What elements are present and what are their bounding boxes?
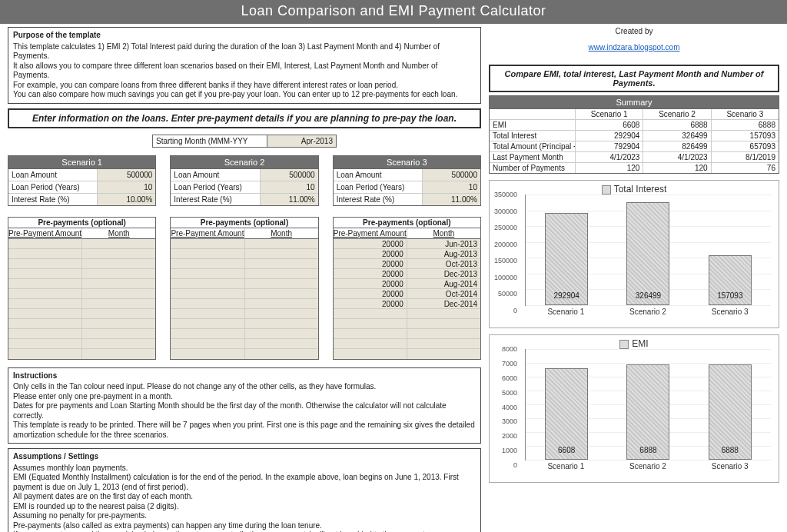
loan-amount-input[interactable]: 500000 [423, 169, 480, 181]
y-tick: 0 [488, 307, 517, 314]
prepay-month-cell[interactable]: Dec-2014 [407, 299, 480, 309]
prepay-month-cell[interactable] [82, 239, 155, 249]
loan-period-input[interactable]: 10 [423, 181, 480, 194]
prepay-month-cell[interactable] [407, 309, 480, 319]
prepay-month-cell[interactable] [82, 259, 155, 269]
prepay-amount-cell[interactable] [171, 279, 244, 289]
prepay-month-cell[interactable] [245, 329, 318, 339]
prepay-amount-cell[interactable]: 20000 [334, 299, 407, 309]
prepay-block: Pre-payments (optional)Pre-Payment Amoun… [170, 217, 318, 360]
prepay-month-cell[interactable] [245, 339, 318, 349]
prepay-month-cell[interactable] [82, 329, 155, 339]
prepay-month-cell[interactable]: Jun-2013 [407, 239, 480, 249]
prepay-amount-cell[interactable] [334, 309, 407, 319]
instructions-line: This template is ready to be printed. Th… [13, 421, 476, 440]
prepay-month-cell[interactable] [407, 349, 480, 359]
prepay-amount-cell[interactable] [334, 339, 407, 349]
prepay-amount-cell[interactable] [171, 249, 244, 259]
prepay-month-cell[interactable] [245, 319, 318, 329]
prepay-month-cell[interactable] [245, 249, 318, 259]
bar-value-label: 6888 [639, 446, 656, 454]
prepay-amount-cell[interactable] [8, 239, 82, 249]
bar-value-label: 157093 [717, 291, 742, 300]
assumptions-box: Assumptions / Settings Assumes monthly l… [8, 448, 481, 532]
prepay-amount-cell[interactable] [171, 299, 244, 309]
prepay-month-cell[interactable] [245, 239, 318, 249]
prepay-amount-cell[interactable] [171, 259, 244, 269]
interest-rate-input[interactable]: 10.00% [98, 194, 155, 205]
prepay-month-cell[interactable] [82, 299, 155, 309]
summary-cell: 326499 [643, 131, 711, 141]
prepay-amount-cell[interactable] [171, 319, 244, 329]
prepay-amount-cell[interactable] [8, 319, 82, 329]
emi-chart: EMI0100020003000400050006000700080006608… [489, 334, 779, 483]
prepay-month-cell[interactable] [82, 309, 155, 319]
loan-amount-input[interactable]: 500000 [98, 169, 155, 181]
starting-month-input[interactable]: Apr-2013 [267, 135, 337, 148]
prepay-amount-cell[interactable]: 20000 [334, 269, 407, 279]
instructions-line: Only cells in the Tan colour need input.… [13, 382, 476, 392]
prepay-block: Pre-payments (optional)Pre-Payment Amoun… [8, 217, 156, 360]
y-tick: 250000 [488, 224, 517, 231]
prepay-month-cell[interactable] [407, 339, 480, 349]
prepay-month-cell[interactable] [82, 339, 155, 349]
prepay-month-cell[interactable]: Aug-2014 [407, 279, 480, 289]
prepay-month-cell[interactable]: Aug-2013 [407, 249, 480, 259]
prepay-amount-cell[interactable] [171, 329, 244, 339]
prepay-amount-cell[interactable] [171, 269, 244, 279]
prepay-amount-cell[interactable]: 20000 [334, 289, 407, 299]
prepay-month-cell[interactable] [245, 269, 318, 279]
prepay-amount-cell[interactable] [8, 299, 82, 309]
interest-rate-input[interactable]: 11.00% [261, 194, 318, 205]
prepay-amount-cell[interactable] [8, 349, 82, 359]
prepay-month-cell[interactable] [245, 309, 318, 319]
prepay-amount-cell[interactable] [171, 239, 244, 249]
prepay-amount-cell[interactable] [8, 249, 82, 259]
instructions-line: Please enter only one pre-payment in a m… [13, 392, 476, 402]
prepay-amount-cell[interactable] [8, 259, 82, 269]
prepay-month-cell[interactable] [245, 299, 318, 309]
credit-link[interactable]: www.indzara.blogspot.com [589, 43, 680, 52]
prepay-month-cell[interactable] [82, 289, 155, 299]
prepay-month-cell[interactable] [82, 249, 155, 259]
prepay-month-cell[interactable] [82, 269, 155, 279]
interest-rate-label: Interest Rate (%) [334, 194, 423, 205]
prepay-col-amount: Pre-Payment Amount [8, 228, 82, 239]
y-tick: 200000 [488, 241, 517, 248]
prepay-amount-cell[interactable] [334, 329, 407, 339]
prepay-month-cell[interactable] [407, 319, 480, 329]
prepay-amount-cell[interactable]: 20000 [334, 249, 407, 259]
prepay-amount-cell[interactable]: 20000 [334, 239, 407, 249]
summary-row-label: Number of Payments [490, 163, 576, 173]
loan-period-input[interactable]: 10 [261, 181, 318, 194]
loan-amount-input[interactable]: 500000 [261, 169, 318, 181]
prepay-amount-cell[interactable] [8, 339, 82, 349]
prepay-amount-cell[interactable] [8, 329, 82, 339]
prepay-month-cell[interactable] [245, 289, 318, 299]
prepay-amount-cell[interactable] [8, 309, 82, 319]
prepay-month-cell[interactable] [82, 349, 155, 359]
prepay-month-cell[interactable]: Dec-2013 [407, 269, 480, 279]
prepay-amount-cell[interactable] [334, 319, 407, 329]
prepay-amount-cell[interactable] [8, 269, 82, 279]
prepay-amount-cell[interactable] [171, 309, 244, 319]
y-tick: 300000 [488, 208, 517, 215]
prepay-amount-cell[interactable]: 20000 [334, 259, 407, 269]
prepay-amount-cell[interactable] [8, 289, 82, 299]
interest-rate-input[interactable]: 11.00% [423, 194, 480, 205]
prepay-month-cell[interactable]: Oct-2014 [407, 289, 480, 299]
loan-period-input[interactable]: 10 [98, 181, 155, 194]
prepay-month-cell[interactable] [82, 319, 155, 329]
prepay-amount-cell[interactable] [334, 349, 407, 359]
prepay-month-cell[interactable]: Oct-2013 [407, 259, 480, 269]
prepay-month-cell[interactable] [245, 279, 318, 289]
prepay-month-cell[interactable] [407, 329, 480, 339]
prepay-amount-cell[interactable]: 20000 [334, 279, 407, 289]
prepay-amount-cell[interactable] [171, 289, 244, 299]
prepay-month-cell[interactable] [245, 349, 318, 359]
prepay-amount-cell[interactable] [171, 349, 244, 359]
prepay-amount-cell[interactable] [8, 279, 82, 289]
prepay-amount-cell[interactable] [171, 339, 244, 349]
prepay-month-cell[interactable] [82, 279, 155, 289]
prepay-month-cell[interactable] [245, 259, 318, 269]
